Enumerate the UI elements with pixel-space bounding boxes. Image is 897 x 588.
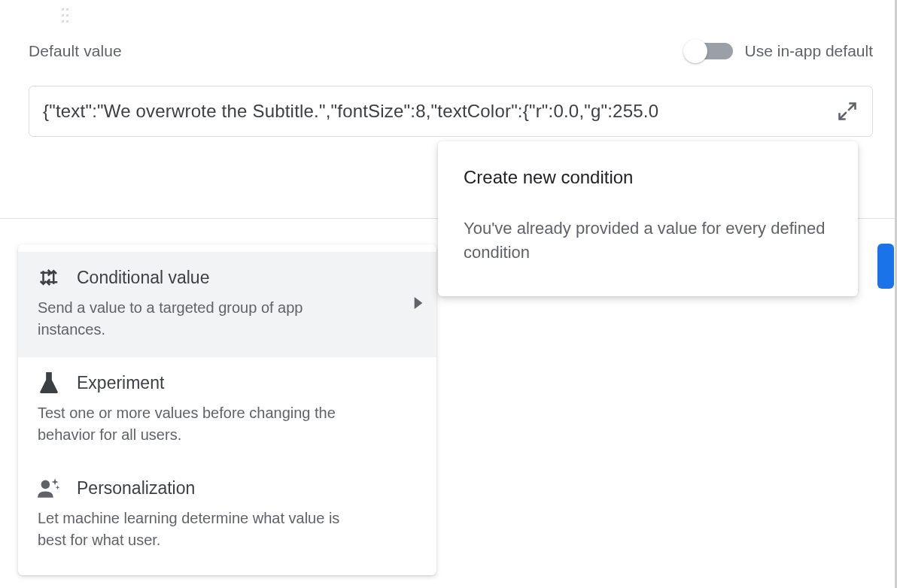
drag-handle-icon[interactable] (62, 6, 69, 24)
personalization-icon (38, 477, 60, 499)
svg-point-0 (41, 480, 50, 489)
menu-item-description: Test one or more values before changing … (38, 402, 361, 446)
popover-body: You've already provided a value for ever… (464, 217, 832, 265)
default-value-input[interactable]: {"text":"We overwrote the Subtitle.","fo… (43, 101, 826, 122)
menu-item-personalization[interactable]: Personalization Let machine learning det… (18, 462, 436, 568)
add-button-peek[interactable] (877, 244, 894, 289)
menu-item-description: Let machine learning determine what valu… (38, 508, 361, 551)
use-in-app-default-toggle[interactable] (686, 43, 733, 59)
menu-item-experiment[interactable]: Experiment Test one or more values befor… (18, 357, 436, 462)
experiment-icon (38, 372, 60, 393)
default-value-label: Default value (29, 42, 122, 60)
toggle-knob (683, 39, 707, 63)
value-type-menu: Conditional value Send a value to a targ… (18, 244, 436, 575)
popover-title: Create new condition (464, 167, 832, 188)
submenu-chevron-icon (414, 297, 423, 312)
menu-item-title: Personalization (77, 478, 195, 499)
menu-item-title: Experiment (77, 373, 164, 393)
menu-item-conditional-value[interactable]: Conditional value Send a value to a targ… (18, 252, 436, 357)
expand-icon (837, 101, 858, 122)
expand-button[interactable] (835, 99, 860, 124)
create-condition-popover: Create new condition You've already prov… (438, 141, 858, 296)
menu-item-description: Send a value to a targeted group of app … (38, 297, 361, 341)
default-value-input-wrap[interactable]: {"text":"We overwrote the Subtitle.","fo… (29, 86, 873, 137)
conditional-value-icon (38, 267, 60, 288)
use-in-app-default-label: Use in-app default (745, 42, 873, 60)
menu-item-title: Conditional value (77, 268, 209, 288)
